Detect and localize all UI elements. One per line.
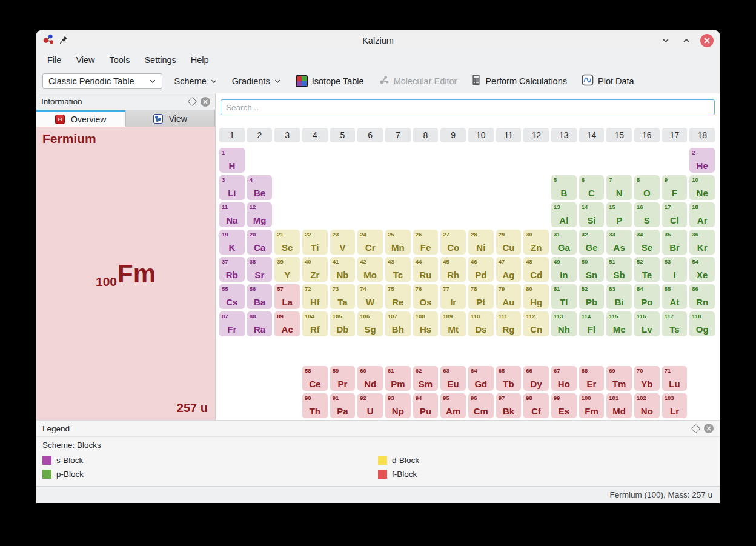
element-tile-Pm[interactable]: 61Pm	[385, 366, 411, 391]
element-tile-Cm[interactable]: 96Cm	[468, 393, 494, 418]
group-header-16[interactable]: 16	[634, 128, 660, 142]
element-tile-Am[interactable]: 95Am	[440, 393, 466, 418]
element-tile-Yb[interactable]: 70Yb	[634, 366, 660, 391]
group-header-4[interactable]: 4	[302, 128, 328, 142]
group-header-17[interactable]: 17	[662, 128, 688, 142]
element-tile-C[interactable]: 6C	[579, 175, 605, 200]
scheme-dropdown[interactable]: Scheme	[172, 74, 220, 88]
element-tile-Sn[interactable]: 50Sn	[579, 257, 605, 282]
element-tile-Sm[interactable]: 62Sm	[413, 366, 439, 391]
perform-calculations-button[interactable]: Perform Calculations	[469, 72, 569, 90]
group-header-15[interactable]: 15	[606, 128, 632, 142]
element-tile-Bh[interactable]: 107Bh	[385, 311, 411, 336]
group-header-5[interactable]: 5	[330, 128, 356, 142]
float-dock-icon[interactable]	[188, 97, 197, 107]
element-tile-Zn[interactable]: 30Zn	[523, 230, 549, 255]
element-tile-Ta[interactable]: 73Ta	[330, 284, 356, 309]
element-tile-Po[interactable]: 84Po	[634, 284, 660, 309]
element-tile-Sg[interactable]: 106Sg	[357, 311, 383, 336]
element-tile-Md[interactable]: 101Md	[606, 393, 632, 418]
element-tile-Na[interactable]: 11Na	[219, 202, 245, 227]
group-header-3[interactable]: 3	[274, 128, 300, 142]
element-tile-Mg[interactable]: 12Mg	[247, 202, 273, 227]
group-header-11[interactable]: 11	[496, 128, 522, 142]
element-tile-Se[interactable]: 34Se	[634, 230, 660, 255]
element-tile-La[interactable]: 57La	[274, 284, 300, 309]
element-tile-Pt[interactable]: 78Pt	[468, 284, 494, 309]
element-tile-Ag[interactable]: 47Ag	[496, 257, 522, 282]
element-tile-Os[interactable]: 76Os	[413, 284, 439, 309]
element-tile-Bk[interactable]: 97Bk	[496, 393, 522, 418]
float-dock-icon[interactable]	[691, 424, 701, 433]
element-tile-Tl[interactable]: 81Tl	[551, 284, 577, 309]
element-tile-Mt[interactable]: 109Mt	[440, 311, 466, 336]
element-tile-Lu[interactable]: 71Lu	[662, 366, 688, 391]
element-tile-Rb[interactable]: 37Rb	[219, 257, 245, 282]
element-tile-Re[interactable]: 75Re	[385, 284, 411, 309]
element-tile-N[interactable]: 7N	[606, 175, 632, 200]
maximize-button[interactable]	[680, 34, 693, 47]
element-tile-Gd[interactable]: 64Gd	[468, 366, 494, 391]
element-tile-Th[interactable]: 90Th	[302, 393, 328, 418]
element-tile-Fe[interactable]: 26Fe	[413, 230, 439, 255]
isotope-table-button[interactable]: Isotope Table	[293, 73, 366, 90]
element-tile-I[interactable]: 53I	[662, 257, 688, 282]
element-tile-Ca[interactable]: 20Ca	[247, 230, 273, 255]
group-header-9[interactable]: 9	[440, 128, 466, 142]
element-tile-H[interactable]: 1H	[219, 148, 245, 173]
element-tile-As[interactable]: 33As	[606, 230, 632, 255]
element-tile-Hg[interactable]: 80Hg	[523, 284, 549, 309]
element-tile-B[interactable]: 5B	[551, 175, 577, 200]
element-tile-Tm[interactable]: 69Tm	[606, 366, 632, 391]
element-tile-Es[interactable]: 99Es	[551, 393, 577, 418]
menu-item-help[interactable]: Help	[185, 53, 215, 67]
element-tile-Ra[interactable]: 88Ra	[247, 311, 273, 336]
element-tile-Sr[interactable]: 38Sr	[247, 257, 273, 282]
element-tile-Ga[interactable]: 31Ga	[551, 230, 577, 255]
element-tile-At[interactable]: 85At	[662, 284, 688, 309]
element-tile-Nb[interactable]: 41Nb	[330, 257, 356, 282]
element-tile-Ac[interactable]: 89Ac	[274, 311, 300, 336]
group-header-2[interactable]: 2	[247, 128, 273, 142]
element-tile-Rn[interactable]: 86Rn	[689, 284, 715, 309]
menu-item-view[interactable]: View	[70, 53, 101, 67]
element-tile-Mo[interactable]: 42Mo	[357, 257, 383, 282]
element-tile-Ar[interactable]: 18Ar	[689, 202, 715, 227]
element-tile-Li[interactable]: 3Li	[219, 175, 245, 200]
element-tile-No[interactable]: 102No	[634, 393, 660, 418]
element-tile-Cu[interactable]: 29Cu	[496, 230, 522, 255]
element-tile-Tc[interactable]: 43Tc	[385, 257, 411, 282]
gradients-dropdown[interactable]: Gradients	[230, 74, 284, 88]
element-tile-Al[interactable]: 13Al	[551, 202, 577, 227]
element-tile-Fm[interactable]: 100Fm	[579, 393, 605, 418]
element-tile-Dy[interactable]: 66Dy	[523, 366, 549, 391]
close-dock-icon[interactable]	[704, 424, 714, 433]
element-tile-Np[interactable]: 93Np	[385, 393, 411, 418]
element-tile-Cd[interactable]: 48Cd	[523, 257, 549, 282]
element-tile-V[interactable]: 23V	[330, 230, 356, 255]
element-tile-Lr[interactable]: 103Lr	[662, 393, 688, 418]
element-tile-Kr[interactable]: 36Kr	[689, 230, 715, 255]
element-tile-Fl[interactable]: 114Fl	[579, 311, 605, 336]
element-tile-Ho[interactable]: 67Ho	[551, 366, 577, 391]
element-tile-Ds[interactable]: 110Ds	[468, 311, 494, 336]
element-tile-O[interactable]: 8O	[634, 175, 660, 200]
element-tile-Si[interactable]: 14Si	[579, 202, 605, 227]
element-tile-Nh[interactable]: 113Nh	[551, 311, 577, 336]
element-tile-Pd[interactable]: 46Pd	[468, 257, 494, 282]
element-tile-Fr[interactable]: 87Fr	[219, 311, 245, 336]
element-tile-Ti[interactable]: 22Ti	[302, 230, 328, 255]
tab-view[interactable]: View	[125, 110, 216, 127]
element-tile-S[interactable]: 16S	[634, 202, 660, 227]
menu-item-tools[interactable]: Tools	[104, 53, 136, 67]
group-header-7[interactable]: 7	[385, 128, 411, 142]
group-header-14[interactable]: 14	[579, 128, 605, 142]
element-tile-Ge[interactable]: 32Ge	[579, 230, 605, 255]
element-tile-Lv[interactable]: 116Lv	[634, 311, 660, 336]
element-tile-Ts[interactable]: 117Ts	[662, 311, 688, 336]
element-tile-Ne[interactable]: 10Ne	[689, 175, 715, 200]
element-tile-Zr[interactable]: 40Zr	[302, 257, 328, 282]
element-tile-Eu[interactable]: 63Eu	[440, 366, 466, 391]
table-type-select[interactable]: Classic Periodic Table	[42, 73, 162, 89]
element-tile-Db[interactable]: 105Db	[330, 311, 356, 336]
